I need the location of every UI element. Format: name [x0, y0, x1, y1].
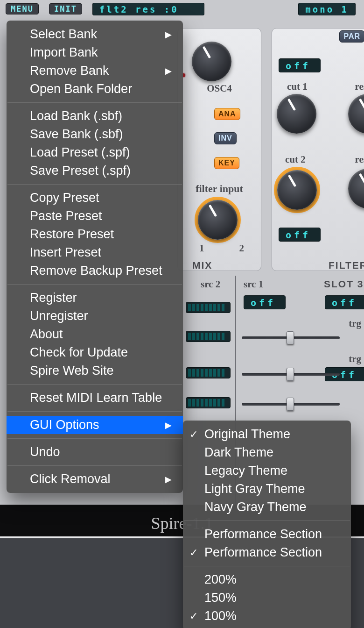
cut1-label: cut 1: [287, 81, 308, 93]
submenu-zoom-150[interactable]: 150%: [183, 589, 351, 607]
submenu-arrow-icon: ▶: [165, 66, 172, 76]
menu-check-update[interactable]: Check for Update: [7, 343, 183, 362]
submenu-perf-section-1[interactable]: Performance Section: [183, 525, 351, 543]
menu-remove-bank[interactable]: Remove Bank▶: [7, 62, 183, 80]
submenu-theme-lightgray[interactable]: Light Gray Theme: [183, 480, 351, 498]
gui-options-submenu: ✓Original Theme Dark Theme Legacy Theme …: [183, 421, 351, 628]
filter-section-title: FILTER: [329, 260, 364, 271]
mod-slider-1[interactable]: [242, 336, 340, 339]
menu-load-preset[interactable]: Load Preset (.spf): [7, 143, 183, 162]
slot3-title: SLOT 3: [324, 278, 364, 290]
menu-reset-midi-learn[interactable]: Reset MIDI Learn Table: [7, 389, 183, 407]
filter-input-label: filter input: [178, 183, 261, 195]
menu-remove-backup-preset[interactable]: Remove Backup Preset: [7, 262, 183, 280]
key-button[interactable]: KEY: [214, 157, 239, 169]
mod-slider-3[interactable]: [242, 403, 340, 406]
filter1-type-display[interactable]: off: [279, 58, 321, 72]
init-button[interactable]: INIT: [49, 3, 82, 14]
osc4-label: OSC4: [178, 83, 261, 94]
mod-slider-2[interactable]: [242, 373, 340, 376]
menu-restore-preset[interactable]: Restore Preset: [7, 225, 183, 243]
param-display: flt2 res :0: [92, 3, 204, 15]
cut2-label: cut 2: [285, 154, 306, 165]
menu-separator: [7, 438, 182, 439]
par-button[interactable]: PAR: [339, 30, 364, 43]
src2-meter: [186, 302, 231, 313]
filter-input-max: 2: [239, 243, 245, 254]
mode-display[interactable]: mono 1: [298, 3, 356, 15]
src2-label: src 2: [201, 278, 220, 290]
submenu-zoom-200[interactable]: 200%: [183, 571, 351, 589]
res1-knob[interactable]: [348, 94, 364, 134]
meter-row3: [186, 367, 231, 378]
menu-save-preset[interactable]: Save Preset (.spf): [7, 162, 183, 180]
menu-select-bank[interactable]: Select Bank▶: [7, 25, 183, 43]
menu-import-bank[interactable]: Import Bank: [7, 43, 183, 62]
menu-separator: [184, 566, 350, 566]
menu-open-bank-folder[interactable]: Open Bank Folder: [7, 80, 183, 98]
ana-button[interactable]: ANA: [214, 108, 240, 120]
submenu-perf-section-2[interactable]: ✓Performance Section: [183, 543, 351, 562]
submenu-theme-original[interactable]: ✓Original Theme: [183, 425, 351, 443]
filter-input-min: 1: [199, 243, 204, 254]
filter-input-knob[interactable]: [198, 200, 238, 240]
menu-about[interactable]: About: [7, 325, 183, 343]
res2-knob[interactable]: [348, 169, 364, 208]
submenu-zoom-100[interactable]: ✓100%: [183, 607, 351, 625]
menu-separator: [7, 284, 182, 285]
menu-gui-options[interactable]: GUI Options▶: [7, 416, 183, 434]
main-context-menu: Select Bank▶ Import Bank Remove Bank▶ Op…: [7, 21, 183, 493]
menu-undo[interactable]: Undo: [7, 443, 183, 461]
menu-copy-preset[interactable]: Copy Preset: [7, 189, 183, 207]
cut1-knob[interactable]: [277, 94, 316, 134]
trg2-label: trg: [349, 353, 361, 365]
inv-button[interactable]: INV: [214, 132, 237, 144]
menu-separator: [7, 102, 182, 103]
menu-separator: [184, 521, 350, 521]
submenu-arrow-icon: ▶: [165, 474, 172, 485]
meter-row2: [186, 331, 231, 342]
res1-label: res: [355, 81, 364, 93]
submenu-arrow-icon: ▶: [165, 420, 172, 430]
cut2-knob[interactable]: [277, 170, 317, 210]
check-icon: ✓: [189, 428, 198, 441]
menu-website[interactable]: Spire Web Site: [7, 362, 183, 380]
check-icon: ✓: [189, 610, 198, 622]
menu-register[interactable]: Register: [7, 289, 183, 307]
submenu-theme-dark[interactable]: Dark Theme: [183, 443, 351, 462]
mix-section-title: MIX: [192, 260, 212, 271]
submenu-theme-legacy[interactable]: Legacy Theme: [183, 462, 351, 480]
menu-save-bank[interactable]: Save Bank (.sbf): [7, 125, 183, 143]
menu-separator: [7, 184, 182, 185]
trg1-label: trg: [349, 318, 361, 329]
check-icon: ✓: [189, 547, 198, 559]
slot-src1-display[interactable]: off: [244, 295, 286, 309]
meter-row4: [186, 397, 231, 408]
res2-label: res: [355, 154, 364, 165]
slot-src3-display[interactable]: off: [325, 295, 364, 309]
menu-unregister[interactable]: Unregister: [7, 307, 183, 325]
menu-button[interactable]: MENU: [6, 3, 39, 14]
src1-label: src 1: [244, 278, 263, 290]
submenu-arrow-icon: ▶: [165, 29, 172, 40]
menu-separator: [7, 384, 182, 385]
osc4-knob[interactable]: [192, 42, 231, 81]
filter2-type-display[interactable]: off: [279, 228, 321, 242]
menu-load-bank[interactable]: Load Bank (.sbf): [7, 107, 183, 125]
menu-separator: [7, 411, 182, 412]
menu-click-removal[interactable]: Click Removal▶: [7, 470, 183, 488]
menu-insert-preset[interactable]: Insert Preset: [7, 243, 183, 262]
menu-separator: [7, 465, 182, 466]
submenu-theme-navygray[interactable]: Navy Gray Theme: [183, 498, 351, 516]
menu-paste-preset[interactable]: Paste Preset: [7, 207, 183, 225]
